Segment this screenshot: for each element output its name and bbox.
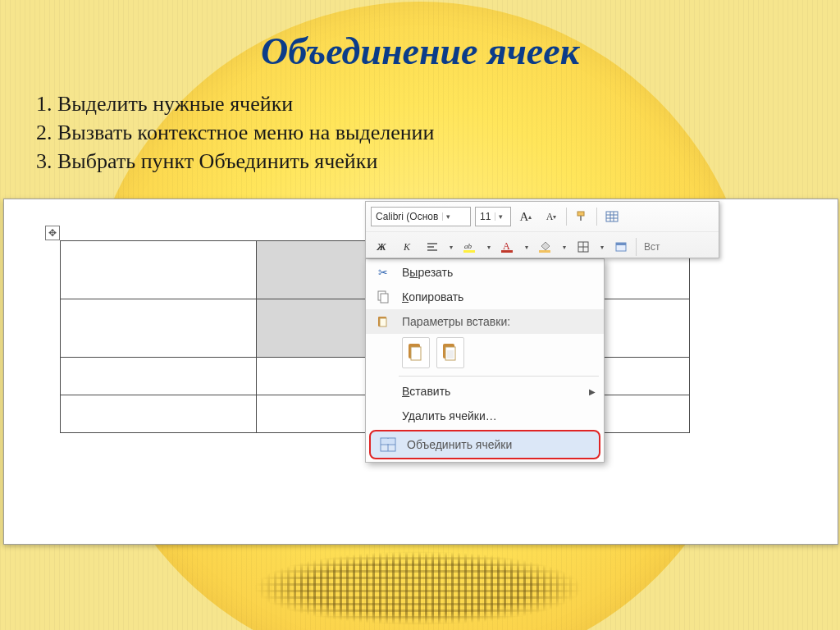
grow-font-icon: A <box>520 210 529 224</box>
menu-delete-cells-label: Удалить ячейки… <box>397 409 596 422</box>
menu-copy[interactable]: Копировать <box>366 285 604 309</box>
layout-button[interactable] <box>610 236 632 258</box>
grow-font-button[interactable]: A ▴ <box>515 206 536 227</box>
svg-rect-23 <box>380 318 386 326</box>
step-2: Вызвать контекстное меню на выделении <box>57 118 582 147</box>
paste-option-1[interactable] <box>402 337 430 368</box>
align-button[interactable] <box>422 236 443 258</box>
svg-rect-13 <box>501 250 513 253</box>
table-cell[interactable] <box>61 299 257 358</box>
word-document-area: ✥ Calibri (Основ ▾ <box>3 199 838 545</box>
table-icon <box>605 210 619 223</box>
copy-icon <box>369 285 397 309</box>
table-cell[interactable] <box>61 241 257 299</box>
shrink-font-icon: A <box>546 211 554 223</box>
dropdown-icon[interactable]: ▾ <box>495 212 506 221</box>
separator <box>636 238 637 256</box>
format-painter-button[interactable] <box>571 206 592 227</box>
highlight-icon: ab <box>463 240 477 253</box>
menu-delete-cells[interactable]: Удалить ячейки… <box>366 404 604 428</box>
font-name-combo[interactable]: Calibri (Основ ▾ <box>371 207 471 226</box>
separator <box>596 208 597 226</box>
bold-icon: Ж <box>377 241 386 253</box>
context-menu: ✂ Вырезать Копировать Параметры вставки: <box>365 258 605 463</box>
font-color-icon: A <box>500 240 515 253</box>
font-size-combo[interactable]: 11 ▾ <box>475 207 511 226</box>
paste-options-row <box>366 334 604 373</box>
insert-hint: Вст <box>641 241 660 253</box>
menu-separator <box>399 376 599 377</box>
font-name-value: Calibri (Основ <box>372 211 442 222</box>
menu-merge-cells[interactable]: Объединить ячейки <box>369 430 600 459</box>
menu-insert-label: Вставить <box>397 385 589 398</box>
borders-button[interactable] <box>573 236 594 258</box>
menu-cut-label: Вырезать <box>397 266 596 279</box>
svg-rect-21 <box>381 294 388 303</box>
svg-rect-25 <box>411 347 421 360</box>
blank-icon <box>369 404 397 428</box>
highlight-button[interactable]: ab <box>459 236 481 258</box>
menu-merge-cells-label: Объединить ячейки <box>402 438 591 451</box>
table-cell[interactable] <box>61 358 257 395</box>
italic-icon: К <box>404 241 410 253</box>
menu-cut[interactable]: ✂ Вырезать <box>366 260 604 285</box>
table-button[interactable] <box>601 206 623 227</box>
svg-rect-1 <box>580 216 582 221</box>
svg-rect-2 <box>606 212 618 221</box>
submenu-arrow-icon: ▶ <box>589 387 596 396</box>
mini-toolbar: Calibri (Основ ▾ 11 ▾ A ▴ A ▾ <box>365 201 719 258</box>
table-move-handle[interactable]: ✥ <box>45 226 60 240</box>
align-icon <box>426 240 439 253</box>
menu-copy-label: Копировать <box>397 290 596 304</box>
svg-rect-0 <box>578 212 584 216</box>
svg-rect-14 <box>539 250 550 253</box>
step-3: Выбрать пункт Объединить ячейки <box>57 147 582 176</box>
bold-button[interactable]: Ж <box>371 236 392 258</box>
format-painter-icon <box>575 210 588 223</box>
svg-text:ab: ab <box>464 242 472 250</box>
paste-option-2[interactable] <box>436 337 464 368</box>
slide-title: Объединение ячеек <box>0 0 840 73</box>
scissors-icon: ✂ <box>369 260 397 285</box>
menu-insert[interactable]: Вставить ▶ <box>366 379 604 404</box>
dropdown-icon[interactable]: ▾ <box>560 244 568 251</box>
svg-rect-19 <box>616 243 626 245</box>
paste-icon <box>369 309 397 334</box>
table-cell[interactable] <box>61 395 257 433</box>
bucket-icon <box>538 240 553 253</box>
paste-header-label: Параметры вставки: <box>397 315 596 328</box>
svg-rect-32 <box>381 439 395 444</box>
dropdown-icon[interactable]: ▾ <box>447 244 455 251</box>
dropdown-icon[interactable]: ▾ <box>485 244 493 251</box>
font-size-value: 11 <box>476 211 495 222</box>
borders-icon <box>577 240 590 253</box>
instruction-list: Выделить нужные ячейки Вызвать контекстн… <box>31 89 582 176</box>
svg-rect-11 <box>463 250 475 253</box>
step-1: Выделить нужные ячейки <box>57 89 582 118</box>
layout-icon <box>614 240 628 253</box>
shading-button[interactable] <box>535 236 556 258</box>
dropdown-icon[interactable]: ▾ <box>598 244 606 251</box>
font-color-button[interactable]: A <box>497 236 518 258</box>
italic-button[interactable]: К <box>396 236 418 258</box>
merge-cells-icon <box>374 432 402 457</box>
dropdown-icon[interactable]: ▾ <box>523 244 531 251</box>
dropdown-icon[interactable]: ▾ <box>442 212 454 221</box>
menu-paste-header: Параметры вставки: <box>366 309 604 334</box>
blank-icon <box>369 379 397 404</box>
svg-rect-28 <box>447 350 454 358</box>
svg-text:A: A <box>503 240 510 252</box>
decorative-dots <box>254 551 582 625</box>
separator <box>566 208 567 226</box>
shrink-font-button[interactable]: A ▾ <box>541 206 562 227</box>
